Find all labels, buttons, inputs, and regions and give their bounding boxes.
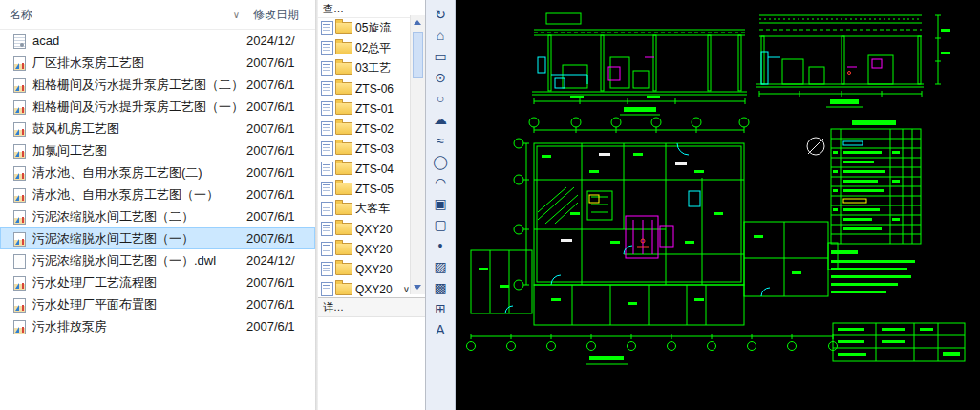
清水池、自用水泵房工艺图(二)[interactable]: 清水池、自用水泵房工艺图(二) 2007/6/1 xyxy=(0,162,315,183)
tree-item[interactable]: 05旋流 ∨ xyxy=(318,18,411,38)
tree-item[interactable]: QXY20 ∨ xyxy=(318,259,411,279)
insert-block-icon[interactable]: ▣ xyxy=(429,193,452,214)
file-list: acad 2024/12/ 厂区排水泵房工艺图 2007/6/1 粗格栅间及污水… xyxy=(0,30,315,410)
folder-icon xyxy=(335,162,352,175)
zoom-icon[interactable]: ⊙ xyxy=(429,67,452,88)
scroll-down-icon[interactable] xyxy=(411,280,424,294)
file-icon xyxy=(11,297,27,313)
column-filter-chevron-icon[interactable]: ∨ xyxy=(233,10,240,20)
tree-item-label: QXY20 xyxy=(355,243,411,256)
sheet-icon xyxy=(321,162,333,176)
污水处理厂工艺流程图[interactable]: 污水处理厂工艺流程图 2007/6/1 xyxy=(0,271,315,293)
tree-item[interactable]: ZTS-03 ∨ xyxy=(318,139,411,159)
cad-plan-view xyxy=(514,118,749,290)
tree-item[interactable]: ZTS-01 ∨ xyxy=(318,98,411,119)
cad-plan-yellow xyxy=(589,195,599,203)
加氯间工艺图[interactable]: 加氯间工艺图 2007/6/1 xyxy=(0,140,315,162)
污泥浓缩脱水间工艺图（一）[interactable]: 污泥浓缩脱水间工艺图（一） 2007/6/1 xyxy=(0,227,315,249)
cad-draw-toolbar: ↻ ⌂ ▭ ⊙ ○ ☁ ≈ ◯ ◠ ▣ ▢ • ▨ ▩ ⊞ A xyxy=(426,0,456,410)
file-list-panel: 名称 ∨ 修改日期 acad 2024/12/ 厂区排水泵房工艺图 2007/6… xyxy=(0,0,315,410)
厂区排水泵房工艺图[interactable]: 厂区排水泵房工艺图 2007/6/1 xyxy=(0,52,315,74)
file-name: 厂区排水泵房工艺图 xyxy=(32,54,246,72)
mtext-icon[interactable]: A xyxy=(429,319,452,340)
file-list-header: 名称 ∨ 修改日期 xyxy=(0,0,315,30)
scroll-up-icon[interactable] xyxy=(411,15,424,30)
acad[interactable]: acad 2024/12/ xyxy=(0,30,315,52)
粗格栅间及污水提升泵房工艺图（二）[interactable]: 粗格栅间及污水提升泵房工艺图（二） 2007/6/1 xyxy=(0,74,315,96)
folder-icon xyxy=(335,243,352,255)
cad-notes xyxy=(831,250,915,293)
file-icon xyxy=(11,99,27,115)
folder-icon xyxy=(335,22,352,34)
tree-item[interactable]: QXY20 ∨ xyxy=(318,239,411,259)
file-date: 2007/6/1 xyxy=(246,99,315,114)
cad-canvas[interactable] xyxy=(456,0,980,410)
file-name: 污水排放泵房 xyxy=(32,318,246,335)
清水池、自用水泵房工艺图（一）[interactable]: 清水池、自用水泵房工艺图（一） 2007/6/1 xyxy=(0,183,315,205)
table-icon[interactable]: ⊞ xyxy=(429,298,452,319)
hatch-icon[interactable]: ▨ xyxy=(429,256,452,277)
column-header-date[interactable]: 修改日期 xyxy=(245,0,315,29)
file-name: 粗格栅间及污水提升泵房工艺图（二） xyxy=(32,76,246,94)
sheet-icon xyxy=(321,222,333,236)
sheet-icon xyxy=(321,202,333,216)
file-icon xyxy=(11,319,27,334)
tree-item[interactable]: ZTS-02 ∨ xyxy=(318,119,411,139)
tree-item[interactable]: ZTS-05 ∨ xyxy=(318,179,411,199)
folder-icon xyxy=(335,82,352,95)
file-name: 污水处理厂平面布置图 xyxy=(32,296,246,313)
arc-icon[interactable]: ◠ xyxy=(429,172,452,193)
tree-item[interactable]: 大客车 ∨ xyxy=(318,199,411,219)
column-date-label: 修改日期 xyxy=(253,7,299,23)
tree-item[interactable]: ZTS-06 ∨ xyxy=(318,78,411,98)
粗格栅间及污水提升泵房工艺图（一）[interactable]: 粗格栅间及污水提升泵房工艺图（一） 2007/6/1 xyxy=(0,96,315,118)
make-block-icon[interactable]: ▢ xyxy=(429,214,452,235)
sheet-icon xyxy=(321,182,333,196)
ellipse-icon[interactable]: ◯ xyxy=(429,151,452,172)
file-icon xyxy=(11,187,27,203)
details-section-header[interactable]: 详… xyxy=(318,297,425,317)
column-header-name[interactable]: 名称 ∨ xyxy=(0,0,245,29)
cad-diameter-symbol xyxy=(807,138,824,155)
污泥浓缩脱水间工艺图（二）[interactable]: 污泥浓缩脱水间工艺图（二） 2007/6/1 xyxy=(0,205,315,227)
sheet-icon xyxy=(321,262,333,276)
file-name: acad xyxy=(32,33,246,48)
鼓风机房工艺图[interactable]: 鼓风机房工艺图 2007/6/1 xyxy=(0,118,315,140)
cad-section-view-2-magenta xyxy=(847,59,882,68)
tree-item-label: 大客车 xyxy=(355,201,411,217)
circle-icon[interactable]: ○ xyxy=(429,88,452,109)
tree-item[interactable]: QXY20 ∨ xyxy=(318,279,411,297)
spline-icon[interactable]: ≈ xyxy=(429,130,452,151)
file-icon xyxy=(11,55,27,71)
zoom-window-icon[interactable]: ▭ xyxy=(429,46,452,67)
tree-item[interactable]: 02总平 ∨ xyxy=(318,38,411,58)
scrollbar-thumb[interactable] xyxy=(413,32,423,78)
file-date: 2007/6/1 xyxy=(246,77,315,92)
file-name: 污水处理厂工艺流程图 xyxy=(32,274,246,291)
chevron-down-icon[interactable]: ∨ xyxy=(403,284,410,294)
revcloud-icon[interactable]: ☁ xyxy=(429,109,452,130)
cad-section-view-1 xyxy=(532,13,747,115)
folder-icon xyxy=(335,122,352,135)
file-name: 污泥浓缩脱水间工艺图（一） xyxy=(32,230,246,248)
orbit-icon[interactable]: ↻ xyxy=(429,4,452,25)
file-name: 加氯间工艺图 xyxy=(32,142,246,160)
污水处理厂平面布置图[interactable]: 污水处理厂平面布置图 2007/6/1 xyxy=(0,293,315,315)
tree-item-label: ZTS-04 xyxy=(355,162,411,176)
污水排放泵房[interactable]: 污水排放泵房 2007/6/1 xyxy=(0,315,315,337)
file-name: 鼓风机房工艺图 xyxy=(32,120,246,138)
tree-item[interactable]: 03工艺 ∨ xyxy=(318,58,411,78)
file-date: 2007/6/1 xyxy=(246,297,315,312)
tree-scrollbar[interactable] xyxy=(410,15,425,294)
tree-item-label: ZTS-06 xyxy=(355,82,411,96)
tree-item[interactable]: ZTS-04 ∨ xyxy=(318,159,411,179)
file-name: 清水池、自用水泵房工艺图（一） xyxy=(32,186,246,204)
home-icon[interactable]: ⌂ xyxy=(429,25,452,46)
file-name: 清水池、自用水泵房工艺图(二) xyxy=(32,164,246,182)
tree-item[interactable]: QXY20 ∨ xyxy=(318,219,411,239)
tree-item-label: QXY20 xyxy=(355,263,411,276)
point-icon[interactable]: • xyxy=(429,235,452,256)
污泥浓缩脱水间工艺图（一）.dwl[interactable]: 污泥浓缩脱水间工艺图（一）.dwl 2024/12/ xyxy=(0,249,315,271)
gradient-icon[interactable]: ▩ xyxy=(429,277,452,298)
cad-drawing-area[interactable] xyxy=(456,0,980,410)
